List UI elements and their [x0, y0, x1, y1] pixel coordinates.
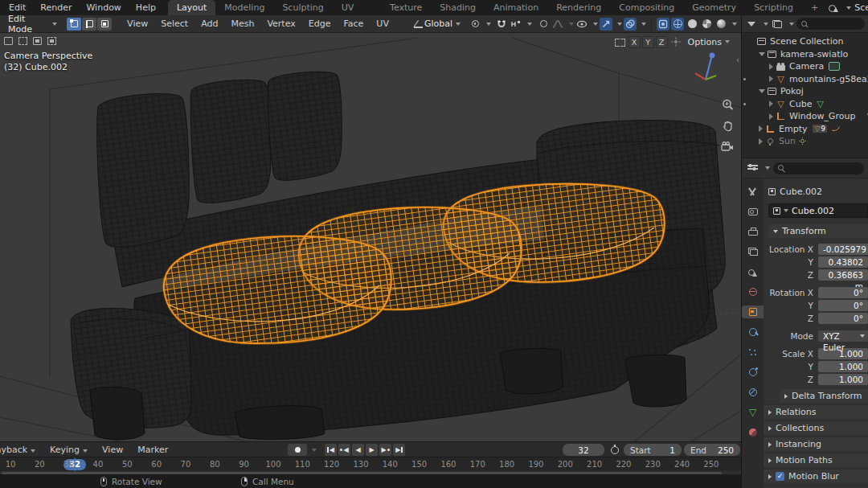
viewport-menu-vertex[interactable]: Vertex — [260, 16, 301, 31]
properties-tab-object[interactable] — [742, 306, 764, 318]
outliner-row-camera[interactable]: Camera — [742, 60, 868, 73]
panel-relations[interactable]: Relations — [764, 404, 868, 419]
show-overlays-icon[interactable] — [624, 18, 637, 31]
transform-value-field[interactable]: 0° — [818, 313, 868, 324]
outliner-row-pokoj[interactable]: Pokoj — [742, 85, 868, 98]
workspace-tab-compositing[interactable]: Compositing — [610, 0, 683, 15]
workspace-tab-shading[interactable]: Shading — [431, 0, 485, 15]
properties-tab-scene[interactable] — [742, 265, 764, 278]
properties-tab-view-layer[interactable] — [742, 245, 764, 258]
object-name-field[interactable]: Cube.002 — [768, 203, 868, 218]
expanded-icon[interactable] — [759, 52, 765, 56]
snap-magnet-icon[interactable] — [495, 18, 508, 31]
transform-value-field[interactable]: 0.36863 m — [818, 269, 868, 281]
workspace-tab-scripting[interactable]: Scripting — [745, 0, 802, 15]
expanded-icon[interactable] — [759, 89, 765, 93]
jump-end-button[interactable]: ▶ — [393, 444, 405, 456]
workspace-tab-texture-paint[interactable]: Texture Paint — [381, 0, 431, 15]
next-keyframe-button[interactable]: ▶ — [379, 444, 391, 456]
pivot-point-icon[interactable] — [469, 18, 481, 31]
workspace-tab-sculpting[interactable]: Sculpting — [273, 0, 332, 15]
pan-hand-icon[interactable] — [720, 118, 735, 133]
options-dropdown[interactable]: Options — [688, 37, 730, 47]
panel-collections[interactable]: Collections — [764, 420, 868, 435]
current-frame-field[interactable]: 32 — [563, 444, 604, 456]
toggle-xray-icon[interactable] — [657, 18, 669, 31]
select-circle-tool-icon[interactable] — [31, 35, 43, 47]
timeline-menu-keying[interactable]: Keying — [43, 442, 95, 457]
outliner-row-cube[interactable]: ▽Cube▽ — [742, 98, 868, 111]
panel-motion-blur[interactable]: ✓Motion Blur — [764, 469, 868, 483]
proportional-editing-icon[interactable] — [537, 18, 550, 31]
panel-instancing[interactable]: Instancing — [764, 437, 868, 451]
transform-orientation-select[interactable]: Global — [407, 17, 465, 31]
transform-value-field[interactable]: 1.000 — [818, 374, 868, 385]
tweak-tool-icon[interactable] — [2, 35, 14, 47]
workspace-tab-rendering[interactable]: Rendering — [547, 0, 610, 15]
outliner-row-empty[interactable]: Empty▽9 — [742, 123, 868, 136]
mesh-data-icon[interactable]: ▽ — [817, 99, 823, 109]
collapsed-icon[interactable] — [769, 76, 773, 82]
curve-icon[interactable] — [833, 125, 839, 132]
shading-rendered-icon[interactable] — [714, 18, 727, 31]
collapsed-icon[interactable] — [759, 138, 763, 145]
stopwatch-icon[interactable] — [608, 444, 621, 456]
properties-tab-output[interactable] — [742, 225, 764, 238]
mode-select[interactable]: Edit Mode — [4, 17, 61, 31]
viewport-menu-add[interactable]: Add — [194, 16, 224, 31]
timeline-menu-marker[interactable]: Marker — [130, 442, 175, 457]
properties-tab-constraints[interactable] — [742, 386, 764, 399]
timeline-menu-playback[interactable]: Playback — [0, 442, 43, 457]
frame-end-field[interactable]: End 250 — [684, 444, 740, 456]
collapsed-icon[interactable] — [769, 100, 773, 107]
outliner-search-input[interactable] — [796, 18, 865, 30]
workspace-tab-layout[interactable]: Layout — [168, 0, 215, 15]
outliner-row-sun[interactable]: Sun — [742, 135, 868, 148]
transform-panel-header[interactable]: Transform — [768, 224, 868, 238]
delta-transform-panel[interactable]: Delta Transform — [780, 389, 868, 403]
camera-view-icon[interactable] — [720, 139, 735, 154]
outliner-row-mountains-g58ea232a[interactable]: ▽mountains-g58ea232a — [742, 73, 868, 86]
snap-target-icon[interactable] — [510, 18, 522, 31]
properties-tab-particles[interactable] — [742, 346, 764, 359]
properties-tab-material[interactable] — [742, 426, 764, 439]
falloff-curve-icon[interactable] — [551, 18, 564, 31]
mesh-count-badge-icon[interactable]: ▽9 — [812, 124, 827, 133]
sun-icon[interactable] — [800, 139, 805, 143]
transform-value-field[interactable]: 0° — [818, 300, 868, 311]
select-box-tool-icon[interactable] — [17, 35, 29, 47]
workspace-tab--[interactable]: + — [802, 0, 827, 15]
face-select-button[interactable] — [97, 18, 112, 31]
edge-select-button[interactable] — [82, 18, 96, 31]
vertex-select-button[interactable] — [67, 18, 81, 31]
properties-tab-world[interactable] — [742, 285, 764, 298]
collapsed-icon[interactable] — [769, 113, 773, 120]
properties-tab-tool[interactable] — [742, 185, 764, 198]
viewport-menu-face[interactable]: Face — [337, 16, 370, 31]
mirror-y-button[interactable]: Y — [642, 36, 654, 48]
viewport-menu-edge[interactable]: Edge — [302, 16, 338, 31]
mirror-z-button[interactable]: Z — [656, 36, 668, 48]
timeline-ruler[interactable]: 32 1020304050607080901001101201301401501… — [0, 457, 741, 471]
transform-value-field[interactable]: 0.43802 m — [818, 256, 868, 268]
panel-motion-paths[interactable]: Motion Paths — [764, 453, 868, 467]
frame-start-field[interactable]: Start 1 — [624, 444, 682, 456]
scene-selector[interactable]: Scene — [827, 2, 868, 14]
viewport-3d[interactable]: X Y Z Options Camera Perspective (32) Cu… — [0, 33, 741, 441]
shading-wireframe-icon[interactable] — [671, 18, 684, 31]
editor-type-icon[interactable] — [746, 162, 759, 174]
workspace-tab-modeling[interactable]: Modeling — [215, 0, 273, 15]
collapsed-icon[interactable] — [769, 64, 773, 70]
outliner-row-scene-collection[interactable]: Scene Collection — [742, 35, 868, 48]
transform-value-field[interactable]: 0° — [818, 287, 868, 298]
show-gizmo-eye-icon[interactable] — [575, 18, 588, 31]
timeline-menu-view[interactable]: View — [95, 442, 130, 457]
properties-search-input[interactable] — [773, 162, 864, 174]
outliner-row-kamera-swiatlo[interactable]: kamera-swiatlo — [742, 48, 868, 61]
collapsed-icon[interactable] — [759, 125, 763, 132]
select-lasso-tool-icon[interactable] — [46, 35, 58, 47]
jump-start-button[interactable]: ◀ — [325, 444, 337, 456]
outliner-row-window-group[interactable]: Window_Group▽ — [742, 110, 868, 123]
zoom-icon[interactable] — [720, 97, 735, 112]
collapse-arrow-icon[interactable]: ‹ — [736, 55, 739, 64]
